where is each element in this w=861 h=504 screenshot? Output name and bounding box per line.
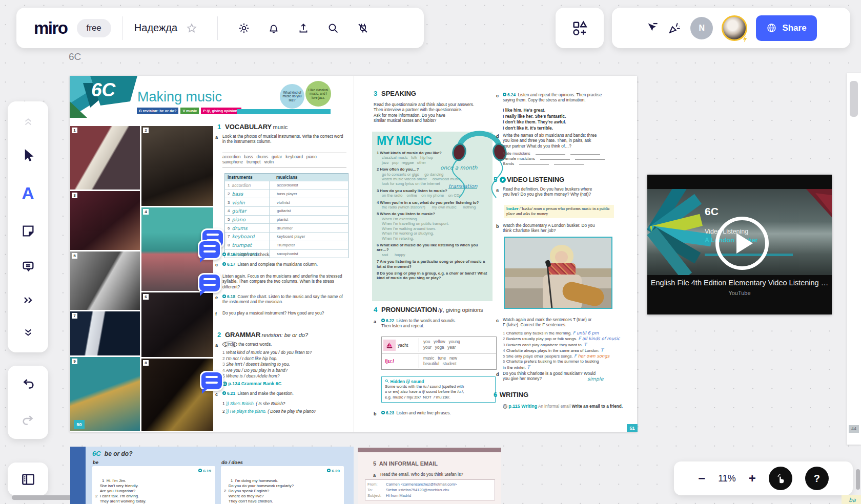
- opinions-instruction: 6.24 Listen and repeat the opinions. The…: [503, 93, 633, 103]
- task-621: 6.21 Listen and make the question.: [222, 391, 294, 396]
- settings-gear-icon[interactable]: [238, 22, 250, 34]
- video-title: English File 4th Edition Elementary Vide…: [647, 279, 832, 287]
- unit-title: Making music: [137, 89, 222, 104]
- photo-piano: 5: [70, 251, 140, 310]
- speech-bubble-answer: I like classical music, and I love jazz.: [305, 81, 331, 107]
- sliver-scroll: [850, 81, 858, 117]
- collapse-toolbar-icon[interactable]: [23, 116, 34, 127]
- vocab-row: 6drums drummer: [225, 223, 348, 232]
- reactions-party-icon[interactable]: [668, 21, 682, 35]
- vocab-row: 4guitar guitarist: [225, 206, 348, 215]
- grammar-heading: GRAMMAR revision: be or do?: [225, 332, 308, 339]
- tf-item: 3 Buskers can't play anywhere they want …: [503, 342, 638, 348]
- search-icon[interactable]: [327, 22, 339, 34]
- magnifier-icon: [385, 379, 389, 383]
- video-source[interactable]: YouTube: [647, 290, 832, 296]
- writing-heading: 6 WRITING: [494, 392, 528, 398]
- vocab-table: instruments musicians 1accordion accordi…: [224, 173, 348, 258]
- gestures-button[interactable]: [769, 467, 792, 490]
- busker-definition: busker /ˈbʌskə/ noun a person who perfor…: [504, 205, 614, 218]
- yacht-icon: [383, 340, 396, 351]
- vocab-heading: VOCABULARY music: [225, 124, 288, 131]
- photo-accordion: 1: [70, 126, 140, 190]
- more-tools-icon[interactable]: [22, 294, 34, 306]
- plan-badge[interactable]: free: [77, 19, 111, 37]
- adjacent-page-sliver[interactable]: 44: [847, 73, 861, 445]
- main-toolbar: miro free Надежда: [16, 8, 424, 48]
- comment-thread[interactable]: [198, 240, 221, 260]
- shapes-panel-button[interactable]: [556, 8, 604, 48]
- photo-drums: 6: [141, 292, 213, 357]
- textbook-spread[interactable]: 6C Making music G revision: be or do?V m…: [70, 76, 637, 432]
- busker-photo: [504, 237, 612, 309]
- tf-item: 2 Buskers usually play pop or folk songs…: [503, 336, 638, 342]
- zoom-in-button[interactable]: +: [749, 471, 756, 486]
- comment-thread[interactable]: [200, 371, 223, 391]
- text-tool-active[interactable]: A: [22, 183, 34, 203]
- expand-more-icon[interactable]: [23, 327, 34, 338]
- share-button[interactable]: Share: [756, 15, 816, 41]
- writing-ref: W p.115 Writing An informal email Write …: [503, 404, 631, 409]
- sticky-corner[interactable]: ba: [842, 495, 861, 504]
- notifications-bell-icon[interactable]: [268, 22, 280, 34]
- zoom-out-button[interactable]: −: [698, 471, 705, 486]
- vocab-instruction: Look at the photos of musical instrument…: [222, 134, 346, 145]
- history-bar: [8, 366, 48, 439]
- true-false-items: 1 Charlotte only busks in the morning. F…: [503, 330, 638, 370]
- undo-button[interactable]: [21, 377, 35, 391]
- vertical-scrollbar[interactable]: [856, 469, 860, 490]
- frame-title[interactable]: 6C: [69, 51, 81, 62]
- tf-item: 6 Charlotte prefers busking in the summe…: [503, 359, 638, 370]
- zoom-bar: − 11% + ?: [674, 461, 853, 495]
- user-avatar[interactable]: [722, 15, 747, 41]
- vocab-row: 8trumpet Trumpeter: [225, 241, 348, 249]
- sticky-note-tool[interactable]: [21, 224, 35, 238]
- page-badge-44: 44: [849, 425, 859, 433]
- video-listening-heading: 5 VIDEO LISTENING: [494, 176, 564, 183]
- play-icon: [500, 177, 506, 183]
- hide-cursors-icon[interactable]: [645, 21, 659, 35]
- gbank-title: 6C be or do?: [92, 450, 133, 458]
- comment-thread[interactable]: [198, 273, 221, 293]
- youtube-embed[interactable]: 6C Video Listening A London Busker Engli…: [647, 175, 832, 314]
- email-box: From:Carmen <carmensanchez@hotmail.com>T…: [365, 479, 495, 500]
- globe-icon: [766, 23, 777, 33]
- email-header-row: To:Stefan <stefan754120@moebius.ch>: [365, 487, 495, 493]
- frames-panel-button[interactable]: [8, 463, 48, 496]
- grammar-bank-ref: G p.134 Grammar Bank 6C: [222, 381, 281, 387]
- page-number: 51: [627, 424, 638, 432]
- grammar-items: 1 What kind of music are you / do you li…: [222, 350, 347, 380]
- miro-logo[interactable]: miro: [34, 18, 68, 38]
- thumbnail-fan-art: [647, 189, 711, 275]
- handwriting-simple: simple: [587, 376, 603, 382]
- board-name[interactable]: Надежда: [134, 22, 177, 34]
- header-bar: [237, 109, 331, 114]
- grammar-bank-page[interactable]: 6C be or do? be 6.19 1 Hi. I'm Jim. She …: [70, 447, 354, 504]
- redo-button[interactable]: [21, 413, 35, 428]
- favorite-star-icon[interactable]: [186, 23, 197, 34]
- video-play-button[interactable]: [715, 217, 769, 270]
- unit-number: 6C: [91, 80, 115, 100]
- musician-blanks: Male musiciansFemale musiciansBands: [503, 151, 605, 166]
- pron-heading: PRONUNCIATION /j/, giving opinions: [381, 307, 483, 313]
- zoom-level[interactable]: 11%: [718, 473, 736, 484]
- plugins-disconnected-icon[interactable]: [357, 22, 369, 34]
- comment-tool[interactable]: [21, 259, 35, 274]
- questionnaire-item: 4 When you're in a car, what do you pref…: [377, 200, 489, 210]
- writing-page[interactable]: 5 AN INFORMAL EMAIL a Read the email. Wh…: [358, 448, 501, 504]
- opinion-lines: I like him. He's great.I really like her…: [503, 108, 566, 131]
- help-button[interactable]: ?: [805, 467, 829, 490]
- busker-task-d: Do you think Charlotte is a good musicia…: [503, 371, 626, 382]
- select-tool[interactable]: [20, 148, 36, 163]
- export-upload-icon[interactable]: [297, 22, 310, 34]
- page-number: 50: [74, 420, 85, 429]
- divider: [217, 16, 218, 40]
- collaborator-avatar-n[interactable]: N: [690, 17, 713, 39]
- grammar-instruction: Circle the corre​ct words.: [222, 342, 272, 347]
- miro-app: miro free Надежда N: [0, 0, 861, 504]
- lightning-badge-icon: [741, 35, 749, 43]
- photo-bass: 2: [141, 126, 213, 206]
- email-header-row: Subject:Hi from Madrid: [365, 493, 495, 498]
- handwriting-once-a-month: once a month: [440, 165, 478, 170]
- grammar-examples: 1 )) She's British. ( Is she British?2 )…: [222, 400, 316, 415]
